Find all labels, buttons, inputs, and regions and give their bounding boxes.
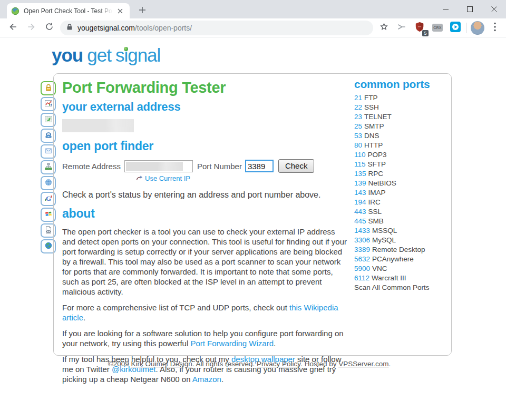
- reload-button[interactable]: [40, 19, 58, 36]
- play-icon: [450, 22, 461, 34]
- logo-get: get: [87, 45, 111, 65]
- common-port-139[interactable]: 139NetBIOS: [354, 179, 449, 188]
- common-port-25[interactable]: 25SMTP: [354, 122, 449, 131]
- port-name: SMB: [368, 217, 384, 225]
- new-tab-button[interactable]: [136, 5, 149, 17]
- port-name: SSL: [368, 208, 382, 216]
- tab-close-icon[interactable]: [115, 6, 125, 16]
- common-port-115[interactable]: 115SFTP: [354, 160, 449, 169]
- common-port-23[interactable]: 23TELNET: [354, 112, 449, 122]
- port-name: IRC: [368, 198, 381, 206]
- padlock-icon: [44, 83, 53, 94]
- port-name: FTP: [364, 94, 378, 102]
- google-icon: G: [44, 194, 53, 204]
- star-icon: [379, 22, 389, 34]
- browser-tab[interactable]: Open Port Check Tool - Test Port: [7, 3, 130, 18]
- common-port-110[interactable]: 110POP3: [354, 150, 449, 160]
- plus-icon: [139, 6, 146, 16]
- open-port-finder-heading: open port finder: [62, 139, 350, 153]
- url-text: yougetsignal.com/tools/open-ports/: [77, 24, 192, 32]
- url-path: /tools/open-ports/: [135, 24, 192, 32]
- world-icon: [44, 241, 53, 252]
- site-logo[interactable]: yougetsignal: [52, 45, 160, 66]
- common-port-143[interactable]: 143IMAP: [354, 188, 449, 198]
- port-number-input[interactable]: [245, 160, 274, 172]
- port-number: 143: [354, 189, 366, 197]
- map-icon: [44, 115, 53, 125]
- about-heading: about: [62, 207, 350, 221]
- common-port-135[interactable]: 135RPC: [354, 169, 449, 179]
- close-button[interactable]: [482, 0, 506, 18]
- common-port-5900[interactable]: 5900VNC: [354, 264, 449, 274]
- scan-all-ports-link[interactable]: Scan All Common Ports: [354, 283, 449, 292]
- port-number: 135: [354, 170, 366, 178]
- port-number-label: Port Number: [197, 162, 242, 171]
- port-number: 115: [354, 160, 366, 168]
- port-number: 3389: [354, 246, 370, 253]
- port-number: 443: [354, 208, 366, 216]
- port-name: MSSQL: [372, 227, 397, 235]
- adblock-extension-button[interactable]: 5: [412, 21, 427, 35]
- globe-favicon-icon: [11, 7, 20, 15]
- inline-link[interactable]: Amazon: [192, 375, 221, 384]
- common-port-6112[interactable]: 6112Warcraft III: [354, 274, 449, 283]
- address-bar[interactable]: yougetsignal.com/tools/open-ports/: [60, 21, 373, 35]
- crx-icon: CRX: [432, 24, 443, 32]
- common-port-3306[interactable]: 3306MySQL: [354, 236, 449, 245]
- common-ports-column: common ports 21FTP22SSH23TELNET25SMTP53D…: [354, 77, 449, 292]
- port-number: 3306: [354, 236, 370, 244]
- external-address-heading: your external address: [62, 100, 350, 114]
- common-port-194[interactable]: 194IRC: [354, 198, 449, 207]
- kebab-menu-icon: [494, 22, 496, 34]
- common-port-80[interactable]: 80HTTP: [354, 141, 449, 150]
- remote-address-label: Remote Address: [62, 162, 121, 171]
- maximize-button[interactable]: [458, 0, 482, 18]
- common-port-53[interactable]: 53DNS: [354, 131, 449, 141]
- page-footer: ©2009 Kirk Ouimet Design. All rights res…: [0, 360, 499, 368]
- title-bar: Open Port Check Tool - Test Port: [0, 0, 506, 18]
- port-number: 23: [354, 113, 362, 121]
- about-paragraph: If my tool has been helpful to you, chec…: [62, 354, 350, 384]
- common-port-443[interactable]: 443SSL: [354, 207, 449, 217]
- check-button[interactable]: Check: [278, 159, 315, 173]
- logo-you: you: [52, 45, 83, 65]
- chrome-menu-button[interactable]: [488, 21, 502, 35]
- toolbar-divider: [466, 23, 466, 33]
- common-port-3389[interactable]: 3389Remote Desktop: [354, 245, 449, 255]
- common-port-22[interactable]: 22SSH: [354, 103, 449, 112]
- port-number: 194: [354, 198, 366, 206]
- about-paragraph: For more a comprehensive list of TCP and…: [62, 302, 350, 323]
- port-number: 21: [354, 94, 362, 102]
- common-port-5632[interactable]: 5632PCAnywhere: [354, 255, 449, 264]
- send-to-device-button[interactable]: [394, 21, 409, 35]
- svg-text:G: G: [45, 194, 51, 202]
- inline-link[interactable]: VPSServer.com: [338, 360, 388, 368]
- port-name: HTTP: [364, 141, 383, 149]
- document-link-icon: [44, 226, 53, 236]
- phone-icon: [44, 131, 53, 141]
- common-port-21[interactable]: 21FTP: [354, 93, 449, 103]
- back-button[interactable]: [4, 19, 22, 36]
- video-extension-button[interactable]: [448, 21, 463, 35]
- inline-link[interactable]: Kirk Ouimet Design: [131, 360, 192, 368]
- port-name: MySQL: [372, 236, 396, 244]
- common-port-1433[interactable]: 1433MSSQL: [354, 226, 449, 236]
- remote-address-input[interactable]: [125, 161, 192, 172]
- port-number: 6112: [354, 274, 369, 282]
- crx-extension-button[interactable]: CRX: [430, 21, 445, 35]
- inline-link[interactable]: Port Forwarding Wizard: [190, 339, 274, 348]
- forward-button[interactable]: [22, 19, 40, 36]
- common-port-445[interactable]: 445SMB: [354, 217, 449, 226]
- profile-avatar[interactable]: [471, 21, 484, 35]
- bookmark-star-button[interactable]: [376, 21, 391, 35]
- inline-link[interactable]: Privacy Policy: [257, 360, 300, 368]
- tab-title: Open Port Check Tool - Test Port: [24, 7, 114, 15]
- inline-link[interactable]: this Wikipedia article: [62, 303, 338, 322]
- use-current-ip-link[interactable]: Use Current IP: [136, 174, 190, 182]
- status-hint: Check a port's status by entering an add…: [62, 190, 350, 200]
- common-ports-heading: common ports: [354, 78, 449, 91]
- minimize-button[interactable]: [433, 0, 458, 18]
- port-check-form: Remote Address Port Number Check: [62, 159, 350, 173]
- port-name: Warcraft III: [372, 274, 406, 282]
- port-name: PCAnywhere: [372, 255, 414, 263]
